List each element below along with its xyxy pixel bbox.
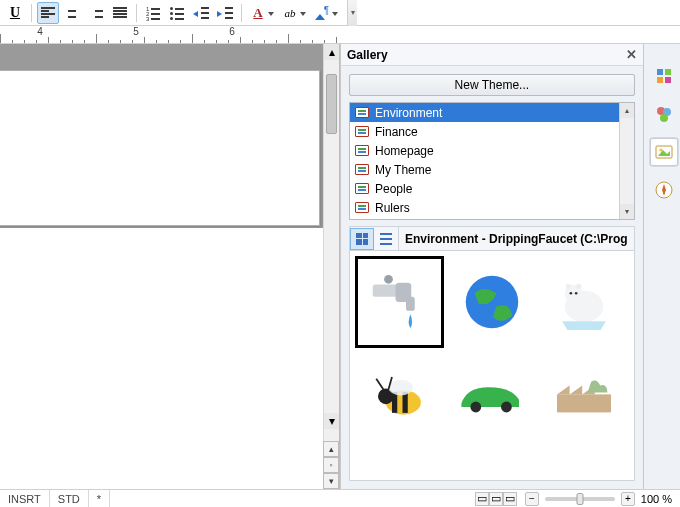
theme-icon bbox=[355, 183, 369, 194]
svg-rect-23 bbox=[657, 77, 663, 83]
gallery-thumbnail[interactable] bbox=[541, 257, 628, 347]
next-page-button[interactable]: ▾ bbox=[323, 473, 339, 489]
zoom-value[interactable]: 100 % bbox=[641, 493, 672, 505]
theme-label: My Theme bbox=[375, 163, 431, 177]
svg-point-4 bbox=[466, 276, 519, 329]
grid-icon bbox=[356, 233, 368, 245]
increase-indent-icon bbox=[217, 7, 233, 19]
gallery-title: Gallery bbox=[347, 48, 388, 62]
numbered-list-icon: 1 2 3 bbox=[146, 7, 160, 19]
detail-view-button[interactable] bbox=[374, 228, 398, 250]
font-color-button[interactable]: A bbox=[247, 2, 277, 24]
page-nav-stack: ▴ ◦ ▾ bbox=[323, 441, 339, 489]
zoom-controls: − + 100 % bbox=[517, 492, 680, 506]
align-left-button[interactable] bbox=[37, 2, 59, 24]
gallery-thumbnail[interactable] bbox=[356, 353, 443, 443]
theme-row[interactable]: Environment bbox=[350, 103, 634, 122]
vertical-scrollbar[interactable]: ▴ ▾ ▴ ◦ ▾ bbox=[323, 44, 339, 489]
svg-rect-0 bbox=[373, 285, 399, 297]
align-center-button[interactable] bbox=[61, 2, 83, 24]
document-page[interactable] bbox=[0, 70, 320, 226]
svg-point-3 bbox=[384, 275, 393, 284]
theme-row[interactable]: Homepage bbox=[350, 141, 634, 160]
paragraph-background-button[interactable] bbox=[311, 2, 341, 24]
zoom-slider-handle[interactable] bbox=[576, 493, 583, 505]
ruler-number: 6 bbox=[229, 26, 235, 37]
navigation-select-button[interactable]: ◦ bbox=[323, 457, 339, 473]
scroll-down-button[interactable]: ▾ bbox=[324, 413, 339, 429]
svg-point-18 bbox=[470, 402, 481, 413]
toolbar-overflow-button[interactable]: ▾ bbox=[347, 0, 357, 26]
scrollbar-thumb[interactable] bbox=[326, 74, 337, 134]
close-icon[interactable]: ✕ bbox=[626, 47, 637, 62]
align-right-icon bbox=[89, 7, 103, 19]
align-justify-button[interactable] bbox=[109, 2, 131, 24]
view-layout-book-button[interactable]: ▭ bbox=[503, 492, 517, 506]
svg-rect-22 bbox=[665, 69, 671, 75]
gallery-thumbnail[interactable] bbox=[449, 353, 536, 443]
sidebar-tab-navigator[interactable] bbox=[650, 176, 678, 204]
view-layout-multi-button[interactable]: ▭ bbox=[489, 492, 503, 506]
previous-page-button[interactable]: ▴ bbox=[323, 441, 339, 457]
theme-row[interactable]: Finance bbox=[350, 122, 634, 141]
chevron-down-icon bbox=[332, 12, 338, 16]
numbered-list-button[interactable]: 1 2 3 bbox=[142, 2, 164, 24]
gallery-toolbar: Environment - DrippingFaucet (C:\Prog bbox=[349, 226, 635, 250]
gallery-thumbnail[interactable] bbox=[449, 257, 536, 347]
theme-list[interactable]: EnvironmentFinanceHomepageMy ThemePeople… bbox=[349, 102, 635, 220]
decrease-indent-button[interactable] bbox=[190, 2, 212, 24]
view-layout-single-button[interactable]: ▭ bbox=[475, 492, 489, 506]
svg-point-8 bbox=[577, 284, 582, 289]
underline-button[interactable]: U bbox=[4, 2, 26, 24]
highlight-icon: ab bbox=[285, 6, 296, 20]
gallery-thumbnails bbox=[349, 250, 635, 481]
underline-icon: U bbox=[10, 5, 20, 21]
formatting-toolbar: U 1 2 3 bbox=[0, 0, 680, 26]
align-justify-icon bbox=[113, 7, 127, 19]
document-background bbox=[0, 44, 339, 70]
theme-icon bbox=[355, 126, 369, 137]
status-bar: INSRT STD * ▭ ▭ ▭ − + 100 % bbox=[0, 489, 680, 507]
scroll-down-button[interactable]: ▾ bbox=[620, 204, 634, 219]
theme-label: People bbox=[375, 182, 412, 196]
new-theme-label: New Theme... bbox=[455, 78, 529, 92]
svg-rect-21 bbox=[657, 69, 663, 75]
gallery-thumbnail[interactable] bbox=[541, 353, 628, 443]
chevron-down-icon bbox=[300, 12, 306, 16]
decrease-indent-icon bbox=[193, 7, 209, 19]
sidebar-tab-properties[interactable] bbox=[650, 62, 678, 90]
svg-point-10 bbox=[575, 292, 578, 295]
horizontal-ruler[interactable]: 456 bbox=[0, 26, 680, 44]
new-theme-button[interactable]: New Theme... bbox=[349, 74, 635, 96]
gallery-thumbnail[interactable] bbox=[356, 257, 443, 347]
highlight-color-button[interactable]: ab bbox=[279, 2, 309, 24]
ruler-number: 5 bbox=[133, 26, 139, 37]
svg-point-27 bbox=[660, 114, 668, 122]
theme-row[interactable]: My Theme bbox=[350, 160, 634, 179]
theme-row[interactable]: Rulers bbox=[350, 198, 634, 217]
theme-list-scrollbar[interactable]: ▴ ▾ bbox=[619, 103, 634, 219]
zoom-in-button[interactable]: + bbox=[621, 492, 635, 506]
scroll-up-button[interactable]: ▴ bbox=[324, 44, 339, 60]
gallery-item-path: Environment - DrippingFaucet (C:\Prog bbox=[398, 227, 634, 250]
svg-point-30 bbox=[659, 148, 662, 151]
insert-mode-cell[interactable]: INSRT bbox=[0, 490, 50, 507]
theme-label: Environment bbox=[375, 106, 442, 120]
icon-view-button[interactable] bbox=[350, 228, 374, 250]
separator bbox=[241, 4, 242, 22]
selection-mode-cell[interactable]: STD bbox=[50, 490, 89, 507]
bulleted-list-button[interactable] bbox=[166, 2, 188, 24]
sidebar-tab-styles[interactable] bbox=[650, 100, 678, 128]
zoom-slider[interactable] bbox=[545, 497, 615, 501]
zoom-out-button[interactable]: − bbox=[525, 492, 539, 506]
separator bbox=[31, 4, 32, 22]
theme-row[interactable]: People bbox=[350, 179, 634, 198]
theme-icon bbox=[355, 164, 369, 175]
modified-indicator[interactable]: * bbox=[89, 490, 110, 507]
scroll-up-button[interactable]: ▴ bbox=[620, 103, 634, 118]
align-right-button[interactable] bbox=[85, 2, 107, 24]
sidebar-tab-gallery[interactable] bbox=[650, 138, 678, 166]
svg-line-16 bbox=[377, 379, 384, 390]
increase-indent-button[interactable] bbox=[214, 2, 236, 24]
sidebar-tab-strip bbox=[644, 44, 680, 489]
